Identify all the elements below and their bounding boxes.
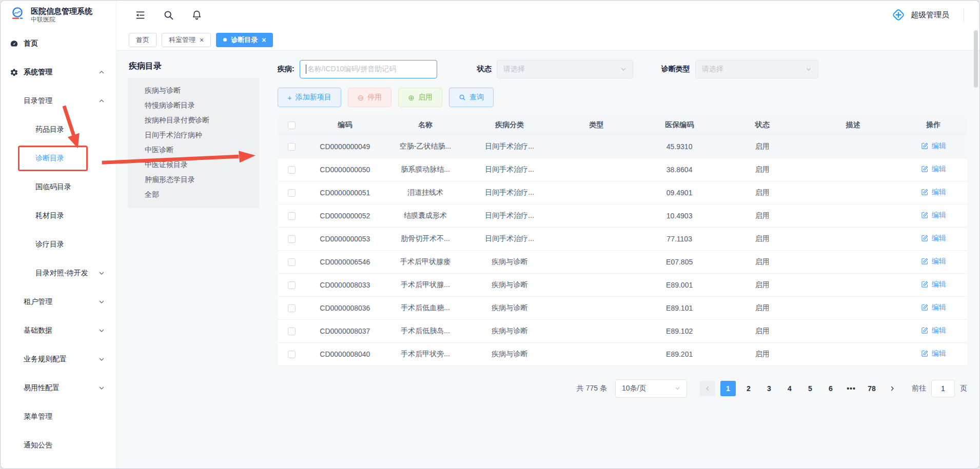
edit-button[interactable]: 编辑 [921, 257, 946, 266]
sidebar-item-system[interactable]: 系统管理 [1, 58, 116, 87]
table-row[interactable]: CD0000000050 肠系膜动脉结... 日间手术治疗... 38.8604… [278, 158, 967, 181]
sidebar-item-usability-config[interactable]: 易用性配置 [1, 374, 116, 402]
goto-page-input[interactable]: 1 [931, 380, 955, 397]
next-page-button[interactable] [885, 381, 900, 396]
row-checkbox[interactable] [288, 235, 296, 243]
edit-button[interactable]: 编辑 [921, 349, 946, 358]
enable-button[interactable]: ⊕ 启用 [398, 88, 442, 107]
table-row[interactable]: CD0000008040 手术后甲状旁... 疾病与诊断 E89.201 启用 … [278, 342, 967, 365]
edit-button[interactable]: 编辑 [921, 165, 946, 174]
sidebar-item-diagnosis-catalog[interactable]: 诊断目录 [1, 144, 116, 173]
sidebar-item-national-code-catalog[interactable]: 国临码目录 [1, 173, 116, 201]
input-placeholder: 名称/ICD10编码/拼音助记码 [307, 65, 396, 74]
disease-search-input[interactable]: 名称/ICD10编码/拼音助记码 [300, 60, 437, 78]
row-checkbox[interactable] [288, 328, 296, 335]
catalog-item-tcm-syndrome[interactable]: 中医证候目录 [128, 157, 259, 172]
catalog-list: 疾病与诊断 特慢病诊断目录 按病种目录付费诊断 日间手术治疗病种 中医诊断 中医… [128, 78, 259, 208]
page-button-6[interactable]: 6 [823, 381, 838, 396]
row-checkbox[interactable] [288, 212, 296, 220]
sidebar-item-catalog-mgmt[interactable]: 目录管理 [1, 87, 116, 115]
catalog-item-all[interactable]: 全部 [128, 187, 259, 202]
tab-home[interactable]: 首页 [129, 33, 156, 47]
tab-diagnosis-catalog[interactable]: 诊断目录 × [216, 33, 273, 47]
page-button-5[interactable]: 5 [802, 381, 818, 396]
table-row[interactable]: CD0000000052 结膜囊成形术 日间手术治疗... 10.4903 启用… [278, 204, 967, 227]
row-checkbox[interactable] [288, 258, 296, 266]
edit-button[interactable]: 编辑 [921, 234, 946, 243]
prev-page-button[interactable] [700, 381, 715, 396]
select-all-checkbox[interactable] [288, 121, 296, 129]
close-icon[interactable]: × [200, 36, 204, 44]
close-icon[interactable]: × [262, 36, 266, 44]
query-button[interactable]: 查询 [449, 88, 494, 107]
page-size-select[interactable]: 10条/页 [615, 379, 687, 398]
user-area[interactable]: 超级管理员 [891, 8, 964, 22]
col-insurance-code: 医保编码 [640, 115, 718, 135]
sidebar-item-label: 目录管理 [24, 96, 52, 106]
tab-label: 科室管理 [169, 35, 195, 45]
sidebar-item-label: 系统管理 [24, 68, 52, 77]
table-row[interactable]: CD0000008036 手术后低血糖... 疾病与诊断 E89.101 启用 … [278, 296, 967, 319]
content: 疾病目录 疾病与诊断 特慢病诊断目录 按病种目录付费诊断 日间手术治疗病种 中医… [116, 51, 979, 468]
sidebar-item-catalog-compare[interactable]: 目录对照-待开发 [1, 259, 116, 288]
status-select[interactable]: 请选择 [497, 60, 633, 78]
active-dot-icon [223, 38, 227, 42]
catalog-item-tumor-morphology[interactable]: 肿瘤形态学目录 [128, 172, 259, 187]
table-row[interactable]: CD0000000051 泪道挂线术 日间手术治疗... 09.4901 启用 … [278, 181, 967, 204]
catalog-item-tcm-diagnosis[interactable]: 中医诊断 [128, 142, 259, 157]
table-row[interactable]: CD0000006546 手术后甲状腺瘘 疾病与诊断 E07.805 启用 编辑 [278, 250, 967, 273]
catalog-item-disease-diagnosis[interactable]: 疾病与诊断 [128, 83, 259, 98]
catalog-item-special-chronic[interactable]: 特慢病诊断目录 [128, 98, 259, 113]
edit-button[interactable]: 编辑 [921, 303, 946, 312]
chevron-down-icon [675, 385, 680, 391]
bell-icon[interactable] [191, 10, 202, 21]
sidebar-item-base-data[interactable]: 基础数据 [1, 316, 116, 345]
page-button-3[interactable]: 3 [761, 381, 777, 396]
page-button-1[interactable]: 1 [720, 381, 736, 396]
sidebar-item-treatment-catalog[interactable]: 诊疗目录 [1, 230, 116, 259]
search-icon[interactable] [163, 10, 174, 21]
fold-icon[interactable] [135, 10, 146, 21]
sidebar-item-tenant-mgmt[interactable]: 租户管理 [1, 288, 116, 316]
table-row[interactable]: CD0000008037 手术后低胰岛... 疾病与诊断 E89.102 启用 … [278, 319, 967, 342]
sidebar-item-drug-catalog[interactable]: 药品目录 [1, 115, 116, 144]
edit-button[interactable]: 编辑 [921, 280, 946, 289]
page-button-2[interactable]: 2 [741, 381, 756, 396]
sidebar-item-business-rules[interactable]: 业务规则配置 [1, 345, 116, 374]
edit-button[interactable]: 编辑 [921, 211, 946, 220]
add-item-button[interactable]: + 添加新项目 [278, 88, 341, 107]
row-checkbox[interactable] [288, 351, 296, 358]
page-button-4[interactable]: 4 [782, 381, 797, 396]
app-subtitle: 中联医院 [31, 16, 92, 23]
search-icon [459, 94, 466, 101]
row-checkbox[interactable] [288, 166, 296, 174]
chevron-down-icon [99, 356, 105, 362]
diagnosis-type-select[interactable]: 请选择 [695, 60, 818, 78]
table-row[interactable]: CD0000008033 手术后甲状腺... 疾病与诊断 E89.001 启用 … [278, 273, 967, 296]
more-pages-icon[interactable]: ••• [844, 384, 859, 393]
chevron-down-icon [806, 66, 812, 72]
row-checkbox[interactable] [288, 304, 296, 312]
chevron-right-icon [889, 385, 895, 392]
chevron-down-icon [99, 328, 105, 334]
edit-button[interactable]: 编辑 [921, 188, 946, 197]
table-row[interactable]: CD0000000053 肋骨切开术不... 日间手术治疗... 77.1103… [278, 227, 967, 250]
sidebar-item-notice[interactable]: 通知公告 [1, 431, 116, 460]
sidebar-item-menu-mgmt[interactable]: 菜单管理 [1, 402, 116, 431]
sidebar-item-home[interactable]: 首页 [1, 29, 116, 58]
edit-icon [921, 303, 929, 311]
row-checkbox[interactable] [288, 281, 296, 289]
row-checkbox[interactable] [288, 189, 296, 197]
tab-department-mgmt[interactable]: 科室管理 × [162, 33, 211, 47]
sidebar-item-consumables-catalog[interactable]: 耗材目录 [1, 201, 116, 230]
page-button-78[interactable]: 78 [864, 381, 879, 396]
disable-button[interactable]: ⊖ 停用 [348, 88, 392, 107]
row-checkbox[interactable] [288, 143, 296, 151]
catalog-item-per-disease-payment[interactable]: 按病种目录付费诊断 [128, 113, 259, 128]
catalog-item-day-surgery[interactable]: 日间手术治疗病种 [128, 128, 259, 142]
edit-button[interactable]: 编辑 [921, 141, 946, 151]
edit-button[interactable]: 编辑 [921, 326, 946, 335]
table-row[interactable]: CD0000000049 空肠-乙状结肠... 日间手术治疗... 45.931… [278, 135, 967, 158]
vertical-scrollbar[interactable] [974, 30, 978, 88]
sidebar-item-label: 租户管理 [24, 297, 52, 307]
